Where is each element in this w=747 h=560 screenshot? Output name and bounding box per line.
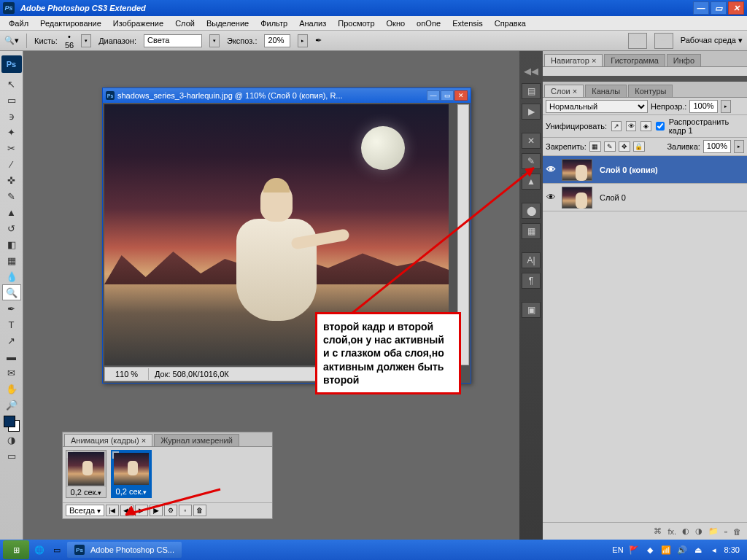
range-dropdown[interactable]: ▾ — [209, 34, 220, 47]
color-swatches[interactable] — [4, 416, 20, 432]
fill-input[interactable]: 100% — [703, 140, 731, 153]
path-select-tool[interactable]: ↗ — [2, 332, 21, 349]
layer-group-icon[interactable]: 📁 — [708, 526, 719, 536]
screen-mode-tool-icon[interactable]: ▭ — [2, 448, 21, 464]
brush-tool[interactable]: ✎ — [2, 188, 21, 204]
quick-mask-icon[interactable]: ◑ — [2, 432, 21, 448]
menu-edit[interactable]: Редактирование — [34, 18, 107, 29]
adjustment-layer-icon[interactable]: ◑ — [695, 526, 703, 536]
tab-paths[interactable]: Контуры — [628, 85, 673, 97]
menu-window[interactable]: Окно — [381, 18, 411, 29]
exposure-slider[interactable]: ▸ — [298, 34, 308, 47]
taskbar-app-button[interactable]: Ps Adobe Photoshop CS... — [67, 542, 182, 558]
minimize-button[interactable]: — — [693, 1, 709, 15]
magic-wand-tool[interactable]: ✦ — [2, 124, 21, 140]
quicklaunch-ie-icon[interactable]: 🌐 — [32, 542, 47, 557]
tab-layers[interactable]: Слои × — [544, 85, 584, 97]
tray-volume-icon[interactable]: 🔊 — [676, 544, 688, 556]
layer-row[interactable]: 👁 Слой 0 — [543, 184, 747, 211]
animation-frame-1[interactable]: 1 0,2 сек.▾ — [66, 450, 107, 498]
strip-actions-icon[interactable]: ▶ — [522, 104, 541, 120]
language-indicator[interactable]: EN — [612, 545, 623, 554]
gradient-tool[interactable]: ▦ — [2, 252, 21, 268]
loop-select[interactable]: Всегда ▾ — [66, 505, 104, 516]
opacity-input[interactable]: 100% — [689, 100, 717, 113]
layer-thumbnail[interactable] — [562, 159, 592, 181]
menu-view[interactable]: Просмотр — [332, 18, 380, 29]
quicklaunch-desktop-icon[interactable]: ▭ — [50, 542, 64, 557]
tray-network-icon[interactable]: 📶 — [660, 544, 672, 556]
doc-minimize-button[interactable]: — — [427, 90, 440, 101]
propagate-checkbox[interactable] — [656, 122, 665, 131]
exposure-input[interactable]: 20% — [264, 34, 290, 47]
hand-tool[interactable]: ✋ — [2, 381, 21, 397]
link-layers-icon[interactable]: ⌘ — [654, 526, 662, 536]
layer-name[interactable]: Слой 0 (копия) — [595, 166, 658, 174]
layer-style-icon[interactable]: fx. — [667, 527, 676, 536]
tray-flag-icon[interactable]: 🚩 — [628, 544, 640, 556]
tab-channels[interactable]: Каналы — [585, 85, 627, 97]
range-select[interactable]: Света — [144, 34, 202, 47]
pen-tool[interactable]: ✒ — [2, 300, 21, 316]
menu-filter[interactable]: Фильтр — [255, 18, 293, 29]
menu-image[interactable]: Изображение — [107, 18, 169, 29]
blend-mode-select[interactable]: Нормальный — [546, 100, 648, 113]
zoom-tool[interactable]: 🔎 — [2, 397, 21, 413]
new-layer-icon[interactable]: ▫ — [724, 527, 727, 536]
marquee-tool[interactable]: ▭ — [2, 92, 21, 108]
notes-tool[interactable]: ✉ — [2, 365, 21, 381]
menu-extensis[interactable]: Extensis — [446, 18, 489, 29]
layer-row[interactable]: 👁 Слой 0 (копия) — [543, 156, 747, 184]
healing-tool[interactable]: ✜ — [2, 172, 21, 188]
menu-select[interactable]: Выделение — [201, 18, 255, 29]
brush-preset[interactable]: •56 — [65, 32, 74, 50]
lock-transparent-icon[interactable]: ▦ — [589, 141, 601, 152]
tab-info[interactable]: Инфо — [667, 54, 701, 66]
dodge-tool-icon[interactable]: 🔍▾ — [4, 36, 19, 45]
tab-navigator[interactable]: Навигатор × — [544, 54, 603, 66]
airbrush-icon[interactable]: ✒ — [315, 36, 322, 45]
stamp-tool[interactable]: ▲ — [2, 204, 21, 220]
tab-animation[interactable]: Анимация (кадры) × — [64, 434, 152, 446]
menu-layer[interactable]: Слой — [169, 18, 201, 29]
menu-analysis[interactable]: Анализ — [293, 18, 332, 29]
strip-tool-presets-icon[interactable]: ✕ — [522, 133, 541, 149]
eraser-tool[interactable]: ◧ — [2, 236, 21, 252]
doc-close-button[interactable]: ✕ — [454, 90, 468, 101]
menu-onone[interactable]: onOne — [411, 18, 446, 29]
document-title-bar[interactable]: Ps shadows_series_3-harlequin.jpg @ 110%… — [103, 88, 471, 103]
eyedropper-tool[interactable]: ⁄ — [2, 156, 21, 172]
menu-help[interactable]: Справка — [489, 18, 532, 29]
menu-file[interactable]: Файл — [3, 18, 34, 29]
move-tool[interactable]: ↖ — [2, 76, 21, 92]
tray-more-icon[interactable]: ◂ — [708, 544, 720, 556]
opacity-slider[interactable]: ▸ — [721, 100, 731, 113]
unify-visibility-icon[interactable]: 👁 — [626, 121, 636, 131]
layer-mask-icon[interactable]: ◐ — [682, 526, 689, 536]
crop-tool[interactable]: ✂ — [2, 140, 21, 156]
go-bridge-icon[interactable]: ▦ — [628, 33, 647, 49]
tray-safely-remove-icon[interactable]: ⏏ — [692, 544, 704, 556]
workspace-menu[interactable]: Рабочая среда ▾ — [681, 36, 743, 45]
brush-dropdown[interactable]: ▾ — [81, 34, 91, 47]
maximize-button[interactable]: ▭ — [711, 1, 727, 15]
screen-mode-icon[interactable]: ▭ — [654, 33, 673, 49]
shape-tool[interactable]: ▬ — [2, 349, 21, 365]
layer-name[interactable]: Слой 0 — [595, 193, 626, 202]
lock-position-icon[interactable]: ✥ — [619, 141, 630, 152]
dodge-tool[interactable]: 🔍 — [2, 284, 21, 300]
history-brush-tool[interactable]: ↺ — [2, 220, 21, 236]
doc-maximize-button[interactable]: ▭ — [441, 90, 454, 101]
document-zoom[interactable]: 110 % — [105, 368, 149, 380]
layer-thumbnail[interactable] — [562, 187, 592, 209]
lock-all-icon[interactable]: 🔒 — [633, 141, 645, 152]
type-tool[interactable]: T — [2, 316, 21, 332]
ps-logo-icon[interactable]: Ps — [1, 55, 22, 73]
clock[interactable]: 8:30 — [724, 545, 740, 554]
tray-antivirus-icon[interactable]: ◆ — [644, 544, 656, 556]
close-button[interactable]: ✕ — [728, 1, 744, 15]
strip-history-icon[interactable]: ▤ — [522, 83, 541, 99]
frame-delay[interactable]: 0,2 сек.▾ — [66, 487, 106, 497]
fg-color-swatch[interactable] — [4, 416, 15, 427]
unify-position-icon[interactable]: ↗ — [611, 121, 622, 131]
